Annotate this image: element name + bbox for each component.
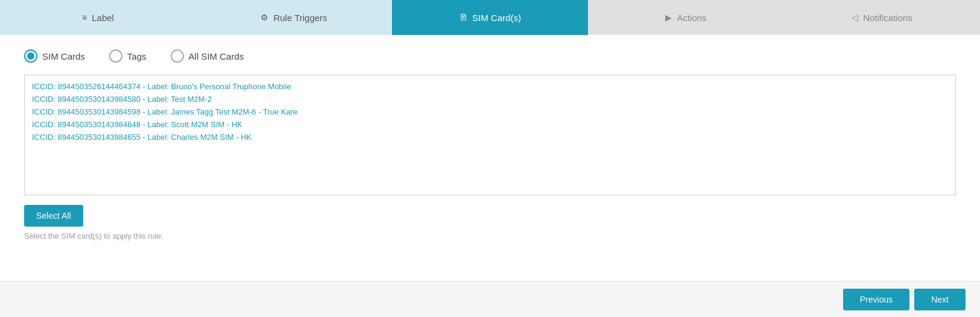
radio-sim-cards-label: SIM Cards	[42, 51, 85, 61]
select-all-button[interactable]: Select All	[24, 205, 83, 227]
radio-all-sim-cards[interactable]: All SIM Cards	[171, 49, 244, 63]
tab-notifications-text: Notifications	[863, 13, 912, 23]
list-item[interactable]: ICCID: 8944503530143984648 - Label: Scot…	[32, 118, 948, 131]
list-item[interactable]: ICCID: 8944503530143984655 - Label: Char…	[32, 131, 948, 143]
tab-sim-cards[interactable]: 🖹 SIM Card(s)	[392, 0, 588, 35]
label-icon: ≡	[82, 13, 87, 22]
main-content: SIM Cards Tags All SIM Cards ICCID: 8944…	[0, 35, 980, 282]
list-item[interactable]: ICCID: 8944503530143984580 - Label: Test…	[32, 93, 948, 105]
helper-text: Select the SIM card(s) to apply this rul…	[24, 231, 956, 240]
notifications-icon: ◁	[852, 13, 858, 22]
radio-tags[interactable]: Tags	[109, 49, 147, 63]
radio-circle-sim-cards	[24, 49, 37, 63]
radio-sim-cards[interactable]: SIM Cards	[24, 49, 85, 63]
previous-button[interactable]: Previous	[843, 289, 909, 310]
sim-list-box[interactable]: ICCID: 8944503526144464374 - Label: Brun…	[24, 75, 956, 195]
radio-circle-tags	[109, 49, 122, 63]
tab-rule-triggers-text: Rule Triggers	[273, 13, 327, 23]
radio-row: SIM Cards Tags All SIM Cards	[24, 49, 956, 63]
footer: Previous Next	[0, 281, 980, 317]
radio-tags-label: Tags	[127, 51, 147, 61]
tab-rule-triggers[interactable]: ⚙ Rule Triggers	[196, 0, 392, 35]
next-button[interactable]: Next	[914, 289, 966, 310]
tab-label-text: Label	[92, 13, 114, 23]
rule-triggers-icon: ⚙	[261, 13, 268, 22]
tab-label[interactable]: ≡ Label	[0, 0, 196, 35]
sim-card-icon: 🖹	[459, 13, 467, 22]
tab-sim-cards-text: SIM Card(s)	[472, 13, 521, 23]
tab-notifications: ◁ Notifications	[784, 0, 980, 35]
radio-all-sim-cards-label: All SIM Cards	[189, 51, 244, 61]
tab-actions-text: Actions	[677, 13, 706, 23]
radio-circle-all-sim-cards	[171, 49, 184, 63]
list-item[interactable]: ICCID: 8944503530143984598 - Label: Jame…	[32, 105, 948, 118]
actions-icon: ▶	[665, 13, 672, 22]
top-nav: ≡ Label ⚙ Rule Triggers 🖹 SIM Card(s) ▶ …	[0, 0, 980, 35]
tab-actions: ▶ Actions	[588, 0, 784, 35]
list-item[interactable]: ICCID: 8944503526144464374 - Label: Brun…	[32, 80, 948, 93]
